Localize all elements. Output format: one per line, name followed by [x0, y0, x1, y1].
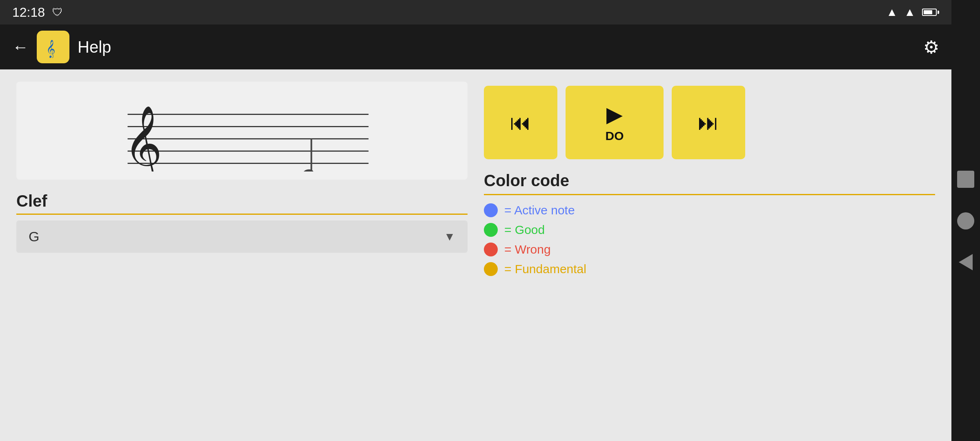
shield-icon: 🛡 — [52, 6, 63, 19]
wrong-dot — [484, 243, 498, 256]
color-code-section: Color code = Active note = Good — [484, 172, 935, 276]
side-nav — [951, 0, 980, 441]
clef-divider — [16, 214, 468, 215]
prev-button[interactable]: ⏮ — [484, 86, 557, 159]
status-time: 12:18 — [12, 5, 45, 20]
fundamental-label: = Fundamental — [504, 262, 586, 276]
battery-icon — [922, 9, 939, 16]
color-item-wrong: = Wrong — [484, 243, 935, 256]
active-note-dot — [484, 203, 498, 217]
back-button[interactable]: ← — [12, 38, 29, 56]
color-code-divider — [484, 194, 935, 195]
wifi-icon: ▲ — [886, 6, 898, 19]
staff-svg: 𝄞 — [24, 90, 459, 172]
staff-container: 𝄞 — [16, 82, 468, 180]
skip-forward-icon: ⏭ — [698, 110, 719, 135]
phone-area: 12:18 🛡 ▲ ▲ ← 𝄞 — [0, 0, 951, 441]
status-left: 12:18 🛡 — [12, 5, 63, 20]
good-dot — [484, 223, 498, 237]
main-content: 𝄞 Clef G ▼ ⏮ — [0, 69, 951, 441]
clef-dropdown[interactable]: G ▼ — [16, 220, 468, 253]
wrong-label: = Wrong — [504, 243, 551, 256]
app-title: Help — [78, 38, 111, 56]
play-note-label: DO — [606, 129, 624, 143]
app-bar: ← 𝄞 Help ⚙ — [0, 24, 951, 69]
status-bar: 12:18 🛡 ▲ ▲ — [0, 0, 951, 24]
good-label: = Good — [504, 223, 545, 237]
settings-icon[interactable]: ⚙ — [923, 37, 939, 58]
skip-back-icon: ⏮ — [510, 110, 531, 135]
play-icon: ▶ — [606, 102, 623, 127]
next-button[interactable]: ⏭ — [672, 86, 745, 159]
signal-icon: ▲ — [904, 6, 915, 19]
treble-clef-icon: 𝄞 — [42, 36, 64, 58]
side-circle-button[interactable] — [957, 212, 974, 229]
fundamental-dot — [484, 262, 498, 276]
color-item-good: = Good — [484, 223, 935, 237]
color-code-list: = Active note = Good = Wrong — [484, 199, 935, 276]
chevron-down-icon: ▼ — [444, 230, 455, 243]
color-item-active: = Active note — [484, 203, 935, 217]
color-code-title: Color code — [484, 172, 935, 190]
svg-text:𝄞: 𝄞 — [46, 40, 55, 58]
clef-selected-value: G — [29, 229, 39, 245]
side-back-button[interactable] — [959, 254, 973, 270]
playback-controls: ⏮ ▶ DO ⏭ — [484, 82, 935, 159]
clef-title: Clef — [16, 192, 468, 210]
app-bar-left: ← 𝄞 Help — [12, 31, 111, 63]
right-panel: ⏮ ▶ DO ⏭ Color code = Active n — [484, 82, 935, 429]
side-square-button[interactable] — [957, 171, 974, 188]
play-button[interactable]: ▶ DO — [566, 86, 664, 159]
left-panel: 𝄞 Clef G ▼ — [16, 82, 468, 429]
svg-text:𝄞: 𝄞 — [124, 107, 163, 172]
clef-section: Clef G ▼ — [16, 192, 468, 253]
status-right: ▲ ▲ — [886, 6, 939, 19]
svg-point-9 — [301, 168, 314, 172]
color-item-fundamental: = Fundamental — [484, 262, 935, 276]
active-note-label: = Active note — [504, 203, 575, 217]
app-icon: 𝄞 — [37, 31, 69, 63]
